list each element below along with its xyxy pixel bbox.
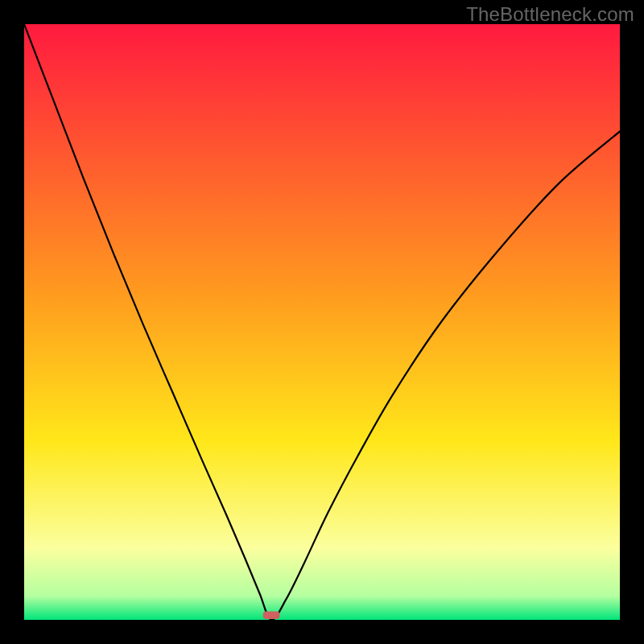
watermark-text: TheBottleneck.com xyxy=(466,3,634,26)
minimum-marker xyxy=(263,611,280,619)
figure-container: TheBottleneck.com xyxy=(0,0,644,644)
gradient-background xyxy=(24,24,620,620)
chart-svg xyxy=(24,24,620,620)
plot-area xyxy=(24,24,620,620)
